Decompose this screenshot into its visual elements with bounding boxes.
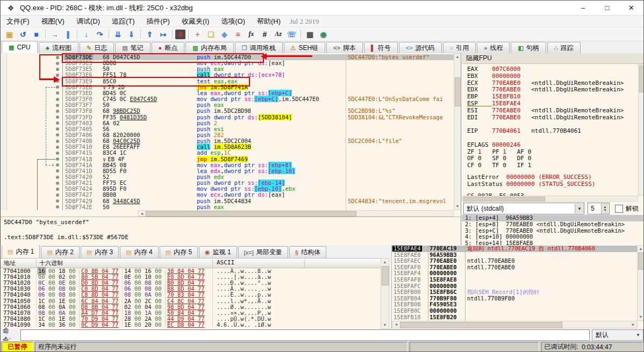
open-file-icon[interactable]: ▣ — [3, 28, 16, 40]
calling-convention-select[interactable]: 默认 (stdcall) ▼ — [463, 203, 584, 214]
breakpoint-dot[interactable] — [56, 182, 59, 185]
breakpoint-dot[interactable] — [56, 193, 59, 197]
tab-breakpoints[interactable]: ●断点 — [152, 42, 185, 53]
arg-count-stepper[interactable]: 5 ▲▼ — [588, 203, 610, 214]
breakpoint-dot[interactable] — [56, 110, 59, 113]
stack-hscrollbar[interactable]: ◄ ► — [392, 321, 638, 328]
tab-dump-4[interactable]: ▤内存 4 — [120, 246, 158, 258]
flags-row[interactable]: CF 0 TF 0 IF 1 — [467, 162, 642, 169]
tab-watch-1[interactable]: ◉监视 1 — [199, 246, 237, 258]
register-row[interactable]: EDI 770EABE0 <ntdll.DbgUiRemoteBreakin> — [467, 114, 642, 121]
breakpoint-dot[interactable] — [56, 157, 59, 161]
scroll-down-arrow[interactable]: ▼ — [454, 203, 461, 210]
breakpoint-dot[interactable] — [56, 98, 59, 101]
breakpoint-dot[interactable] — [56, 121, 59, 125]
tab-references[interactable]: ○引用 — [443, 42, 476, 53]
tab-dump-3[interactable]: ▤内存 3 — [81, 246, 119, 258]
tab-call-stack[interactable]: ❐调用堆栈 — [235, 42, 283, 53]
maximize-button[interactable]: □ — [595, 1, 619, 15]
tab-source[interactable]: <>源代码 — [399, 42, 442, 53]
stack-row[interactable]: 15E8FB04770B9F80ntdll.770B9F80 — [392, 296, 638, 302]
dump-row[interactable]: 7704109034 00 36 000C D9 04 771E 00 20 0… — [1, 322, 381, 328]
calculator-icon[interactable]: ▦ — [304, 28, 316, 40]
function-icon[interactable]: fx — [245, 28, 257, 40]
tab-graph[interactable]: ♣流程图 — [39, 42, 78, 53]
stepper-arrows[interactable]: ▲▼ — [601, 203, 609, 214]
breakpoint-dot[interactable] — [56, 56, 59, 59]
scroll-down-arrow[interactable]: ▼ — [381, 321, 389, 328]
unlock-checkbox[interactable] — [615, 205, 623, 213]
tab-cpu[interactable]: ▦CPU — [2, 41, 38, 53]
chevron-down-icon[interactable]: ▼ — [575, 204, 584, 213]
disasm-row[interactable]: 5D8F742E50push eax — [1, 204, 454, 210]
patch-icon[interactable]: + — [191, 28, 204, 40]
tab-notes[interactable]: ▤笔记 — [115, 42, 150, 53]
hash-icon[interactable]: # — [259, 28, 271, 40]
step-over-icon[interactable]: ↷ — [94, 28, 106, 40]
register-row[interactable]: EIP 770B4061 ntdll.770B4061 — [467, 128, 642, 135]
breakpoint-dot[interactable] — [56, 68, 59, 71]
breakpoint-dot[interactable] — [56, 176, 59, 179]
stack-row[interactable]: 15E8FB0C00000000 — [392, 308, 638, 314]
stack-row[interactable]: 15E8FAF400000000 — [392, 270, 638, 277]
bookmark-icon[interactable]: ≡ — [232, 28, 244, 40]
tab-dump-5[interactable]: ▤内存 5 — [160, 246, 198, 258]
pause-icon[interactable]: ∥ — [62, 28, 74, 40]
breakpoint-dot[interactable] — [56, 62, 59, 65]
comment-icon[interactable]: ❏ — [205, 28, 217, 40]
dump-panel[interactable]: ▤内存 1▤内存 2▤内存 3▤内存 4▤内存 5◉监视 1[x=]局部变量§结… — [1, 245, 389, 329]
registers-hscrollbar[interactable] — [462, 196, 638, 202]
disasm-vscrollbar[interactable]: ▲ ▼ — [454, 53, 461, 210]
execute-till-return-icon[interactable]: ⇓ — [125, 28, 138, 40]
tab-log[interactable]: ✎日志 — [80, 42, 114, 53]
registers-vscrollbar[interactable] — [638, 64, 644, 196]
minimize-button[interactable]: – — [571, 1, 595, 15]
breakpoint-dot[interactable] — [56, 85, 59, 89]
breakpoint-dot[interactable] — [56, 152, 59, 155]
globe-icon[interactable]: ◉ — [317, 28, 330, 40]
menu-item-p[interactable]: 插件(P) — [141, 16, 176, 27]
breakpoint-dot[interactable] — [56, 205, 59, 209]
breakpoint-dot[interactable] — [56, 91, 59, 95]
breakpoint-dot[interactable] — [56, 146, 59, 149]
breakpoint-dot[interactable] — [56, 163, 59, 167]
menu-item-d[interactable]: 调试(D) — [70, 16, 106, 27]
restart-icon[interactable]: ↺ — [17, 28, 29, 40]
breakpoint-dot[interactable] — [56, 169, 59, 173]
disassembly-panel[interactable]: 5D8F73DE68 D047C45Dpush im.5DC447D05DC44… — [1, 53, 461, 245]
dump-vscrollbar[interactable]: ▲ ▼ — [381, 258, 389, 329]
scroll-up-arrow[interactable]: ▲ — [381, 258, 389, 265]
breakpoint-dot[interactable] — [56, 140, 59, 143]
stack-row[interactable]: 15E8FAF815E8FAE8 — [392, 277, 638, 283]
case-icon[interactable]: Az — [272, 28, 284, 40]
breakpoint-dot[interactable] — [56, 188, 59, 191]
tab-seh[interactable]: ⚠SEH链 — [284, 42, 326, 53]
tab-dump-1[interactable]: ▤内存 1 — [2, 245, 40, 258]
tab-threads[interactable]: »线程 — [477, 42, 510, 53]
tab-symbols[interactable]: ▌符号 — [364, 42, 398, 53]
command-script-select[interactable]: 默认 ▼ — [592, 329, 643, 341]
step-into-icon[interactable]: ↓ — [80, 28, 92, 40]
menu-item-h[interactable]: 帮助(H) — [251, 16, 287, 27]
menu-item-v[interactable]: 视图(V) — [35, 16, 70, 27]
breakpoint-dot[interactable] — [56, 116, 59, 119]
menu-item-o[interactable]: 选项(O) — [215, 16, 251, 27]
last-status-row[interactable]: LastStatus 00000000 (STATUS_SUCCESS) — [467, 181, 642, 188]
breakpoint-dot[interactable] — [56, 127, 59, 131]
registers-panel[interactable]: 隐藏FPU EAX 007C6000EBX 00000000ECX 770EAB… — [462, 53, 644, 246]
stack-vscrollbar[interactable]: ▲ ▼ — [637, 245, 644, 321]
disasm-row[interactable]: 5D8F73FDFF35 0481D35Dpush dword ptr ds:[… — [1, 114, 454, 120]
argument-row[interactable]: 2: [esp+8] 770EABE0 <ntdll.DbgUiRemoteBr… — [462, 221, 644, 228]
run-icon[interactable]: → — [48, 28, 61, 40]
close-button[interactable]: ✕ — [619, 1, 643, 15]
menu-item-i[interactable]: 收藏夹(I) — [176, 16, 215, 27]
stop-icon[interactable]: ■ — [30, 28, 42, 40]
step-out-icon[interactable]: ⇑ — [144, 28, 156, 40]
scroll-left-arrow[interactable]: ◄ — [139, 211, 145, 217]
menu-item-f[interactable]: 文件(F) — [1, 16, 35, 27]
scylla-icon[interactable]: S — [175, 30, 185, 39]
stack-row[interactable]: 15E8FAE4770EAC19返回到 ntdll.770EAC19 自 ntd… — [392, 246, 638, 252]
scroll-left-arrow[interactable]: ◄ — [393, 321, 399, 328]
tab-memory-map[interactable]: ▥内存布局 — [185, 42, 233, 53]
label-icon[interactable]: ◈ — [218, 28, 231, 40]
